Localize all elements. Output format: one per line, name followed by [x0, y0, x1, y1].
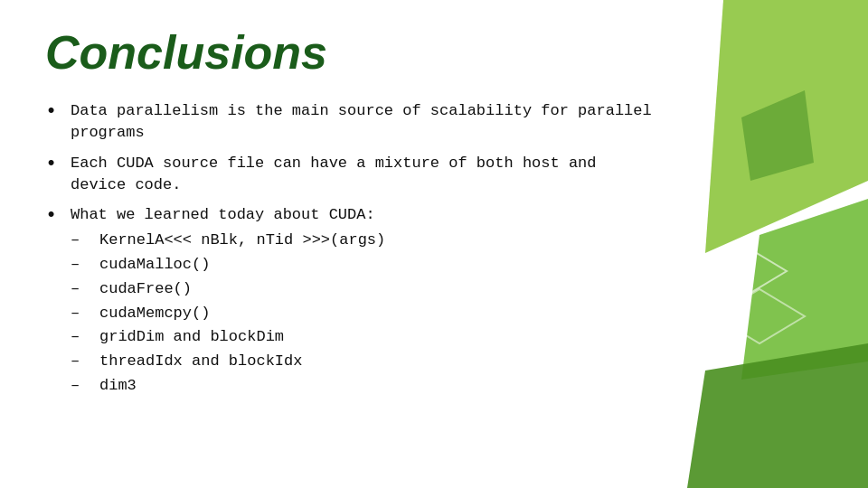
sub-dash-4: – — [71, 303, 96, 324]
sub-dash-5: – — [71, 326, 96, 348]
svg-marker-3 — [741, 90, 814, 181]
bullet-text-3-main: What we learned today about CUDA: — [71, 206, 375, 223]
sub-dash-7: – — [71, 375, 96, 397]
sub-text-7: dim3 — [99, 375, 137, 397]
sub-item-6: – threadIdx and blockIdx — [71, 351, 660, 372]
bullet-dot-1: • — [45, 99, 63, 127]
sub-item-5: – gridDim and blockDim — [71, 326, 660, 348]
decorative-shapes — [669, 0, 868, 488]
sub-text-3: cudaFree() — [99, 278, 192, 300]
sub-item-3: – cudaFree() — [71, 278, 660, 300]
bullet-dot-2: • — [45, 151, 63, 179]
sub-item-7: – dim3 — [71, 375, 660, 397]
content-area: Conclusions • Data parallelism is the ma… — [45, 27, 660, 470]
sub-dash-2: – — [71, 254, 96, 276]
sub-item-1: – KernelA<<< nBlk, nTid >>>(args) — [71, 230, 660, 251]
bullet-dot-3: • — [45, 202, 63, 230]
bullet-item-3: • What we learned today about CUDA: – Ke… — [45, 204, 660, 399]
sub-item-2: – cudaMalloc() — [71, 254, 660, 276]
svg-marker-5 — [714, 289, 805, 343]
sub-text-4: cudaMemcpy() — [99, 303, 210, 324]
slide-title: Conclusions — [45, 27, 660, 79]
svg-marker-2 — [687, 343, 868, 488]
bullet-item-2: • Each CUDA source file can have a mixtu… — [45, 153, 660, 196]
sub-text-6: threadIdx and blockIdx — [99, 351, 302, 372]
sub-item-4: – cudaMemcpy() — [71, 303, 660, 324]
slide-container: Conclusions • Data parallelism is the ma… — [0, 0, 868, 488]
bullet-text-3: What we learned today about CUDA: – Kern… — [71, 204, 660, 399]
bullet-item-1: • Data parallelism is the main source of… — [45, 100, 660, 144]
bullet-text-1: Data parallelism is the main source of s… — [71, 100, 660, 144]
bullet-text-2: Each CUDA source file can have a mixture… — [71, 153, 660, 196]
sub-dash-1: – — [71, 230, 96, 251]
svg-marker-0 — [705, 0, 868, 253]
svg-marker-4 — [696, 244, 787, 298]
sub-list: – KernelA<<< nBlk, nTid >>>(args) – cuda… — [71, 230, 660, 397]
sub-dash-3: – — [71, 278, 96, 300]
svg-marker-1 — [741, 199, 868, 380]
sub-dash-6: – — [71, 351, 96, 372]
sub-text-5: gridDim and blockDim — [99, 326, 284, 348]
sub-text-2: cudaMalloc() — [99, 254, 210, 276]
sub-text-1: KernelA<<< nBlk, nTid >>>(args) — [99, 230, 385, 251]
bullet-list: • Data parallelism is the main source of… — [45, 100, 660, 399]
